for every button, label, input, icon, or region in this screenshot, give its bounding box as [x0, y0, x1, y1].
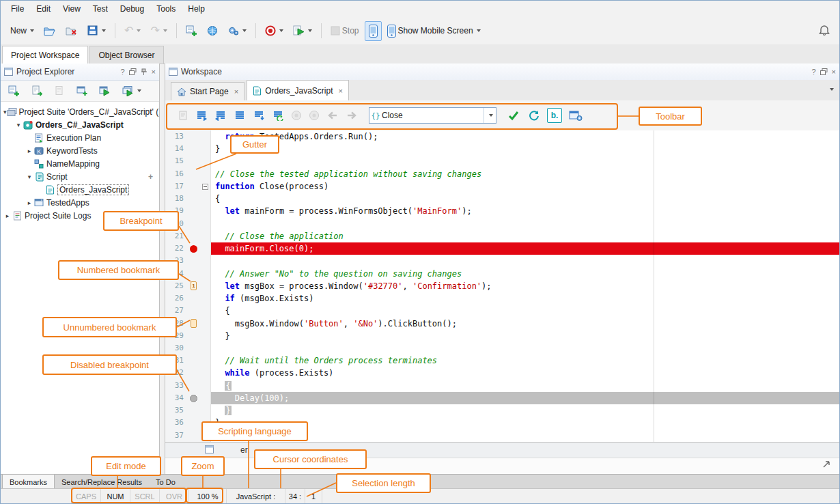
close-icon[interactable]: × [152, 68, 156, 76]
gutter-margin[interactable] [186, 330, 201, 342]
code-text[interactable]: while (process.Exists) [211, 367, 839, 379]
menu-debug[interactable]: Debug [114, 2, 150, 16]
bookmark-marker[interactable] [191, 319, 197, 328]
code-text[interactable]: { [211, 305, 839, 317]
stop-button[interactable]: Stop [326, 23, 363, 39]
menu-tools[interactable]: Tools [150, 2, 182, 16]
code-text[interactable]: return TestedApps.Orders.Run(); [211, 130, 839, 143]
tree-expander-icon[interactable]: ▸ [25, 199, 33, 206]
gutter-margin[interactable] [186, 318, 201, 330]
code-text[interactable]: { [211, 380, 839, 392]
gutter-margin[interactable] [186, 430, 201, 442]
gutter-margin[interactable] [186, 193, 201, 205]
code-text[interactable] [211, 255, 839, 267]
code-text[interactable]: // Wait until the Orders process termina… [211, 354, 839, 367]
gutter-margin[interactable] [186, 180, 201, 193]
tree-item-keywordtests[interactable]: ▸KKeywordTests [1, 144, 159, 157]
gutter-margin[interactable] [186, 292, 201, 305]
show-mobile-screen-button[interactable]: Show Mobile Screen [383, 21, 485, 41]
code-text[interactable]: // Close the application [211, 230, 839, 242]
close-tab-icon[interactable]: × [339, 87, 343, 95]
gutter-margin[interactable] [186, 155, 201, 167]
tree-item-orders-javascript[interactable]: Orders_JavaScript [1, 183, 159, 196]
code-text[interactable]: { [211, 193, 839, 205]
help-icon[interactable]: ? [120, 68, 124, 76]
toggle-button-1[interactable] [290, 109, 303, 122]
tree-item-namemapping[interactable]: NameMapping [1, 157, 159, 170]
code-text[interactable]: let msgBox = process.Window('#32770', 'C… [211, 280, 839, 292]
dock-arrow-icon[interactable] [822, 460, 830, 468]
options-button[interactable] [223, 22, 251, 40]
navigate-forward-button[interactable] [344, 109, 359, 122]
tree-expander-icon[interactable]: ▾ [14, 122, 23, 128]
gutter-margin[interactable] [186, 218, 201, 230]
gutter-margin[interactable] [186, 354, 201, 367]
document-tab-start-page[interactable]: Start Page× [171, 82, 244, 100]
gutter-margin[interactable] [186, 404, 201, 417]
float-icon[interactable] [129, 68, 137, 76]
indent-button[interactable] [213, 109, 228, 122]
format-code-button[interactable] [270, 109, 285, 122]
add-icon[interactable]: + [148, 172, 153, 182]
tree-item-testedapps[interactable]: ▸TestedApps [1, 196, 159, 209]
gutter-margin[interactable]: 1 [186, 280, 201, 292]
record-button[interactable] [261, 22, 288, 40]
code-text[interactable]: mainForm.Close(0); [211, 242, 839, 255]
close-icon[interactable]: × [832, 68, 836, 76]
code-text[interactable]: msgBox.Window('Button', '&No').ClickButt… [211, 318, 839, 330]
tab-list-dropdown-icon[interactable] [830, 88, 834, 91]
notifications-bell-button[interactable] [815, 21, 834, 40]
show-mobile-toggle[interactable] [365, 21, 382, 41]
justify-button[interactable] [232, 109, 247, 122]
tree-expander-icon[interactable]: ▾ [25, 173, 33, 180]
pe-add-window-button[interactable] [72, 82, 92, 100]
beautify-button[interactable]: b. [546, 107, 563, 124]
navigate-back-button[interactable] [325, 109, 340, 122]
code-text[interactable]: let mainForm = process.WinFormsObject('M… [211, 205, 839, 217]
gutter-margin[interactable] [186, 168, 201, 180]
menu-help[interactable]: Help [182, 2, 211, 16]
tree-expander-icon[interactable]: ▸ [25, 148, 33, 154]
code-editor[interactable]: 13return TestedApps.Orders.Run();14}1516… [165, 130, 839, 442]
menu-test[interactable]: Test [87, 2, 114, 16]
gutter-margin[interactable] [186, 417, 201, 429]
gutter-margin[interactable] [186, 255, 201, 267]
tree-item-execution-plan[interactable]: Execution Plan [1, 131, 159, 144]
menu-file[interactable]: File [5, 2, 30, 16]
code-text[interactable] [211, 155, 839, 167]
float-icon[interactable] [820, 68, 828, 76]
gutter-margin[interactable] [186, 305, 201, 317]
bottom-tab-search-replace-results[interactable]: Search/Replace Results [55, 475, 149, 489]
tree-item-script[interactable]: ▾Script+ [1, 170, 159, 183]
combo-dropdown[interactable] [484, 108, 496, 123]
code-text[interactable]: // Answer "No" to the question on saving… [211, 268, 839, 280]
code-text[interactable] [211, 342, 839, 354]
pe-run-suite-button[interactable] [118, 83, 145, 100]
pe-run-project-button[interactable] [95, 83, 115, 100]
help-icon[interactable]: ? [811, 68, 815, 76]
gutter-margin[interactable] [186, 268, 201, 280]
checkpoint-button[interactable] [203, 22, 222, 40]
save-all-button[interactable] [83, 22, 110, 40]
menu-view[interactable]: View [57, 2, 87, 16]
tree-item-orders-c-javascript[interactable]: ▾Orders_C#_JavaScript [1, 118, 159, 131]
gutter-margin[interactable] [186, 392, 201, 404]
breakpoint-marker[interactable] [190, 245, 197, 253]
sync-button[interactable] [527, 109, 542, 122]
comment-button[interactable] [251, 109, 266, 122]
bottom-tab-to-do[interactable]: To Do [149, 475, 182, 489]
routine-selector-combo[interactable]: {}Close [369, 107, 496, 124]
pe-add-new-item-button[interactable] [4, 82, 24, 100]
redo-button[interactable]: ↷ [146, 22, 171, 40]
close-tab-icon[interactable]: × [234, 87, 238, 96]
code-text[interactable]: } [211, 330, 839, 342]
pe-add-existing-button[interactable] [27, 82, 46, 100]
bottom-tab-bookmarks[interactable]: Bookmarks [2, 475, 55, 489]
code-text[interactable]: } [211, 143, 839, 155]
gutter-margin[interactable] [186, 230, 201, 242]
code-text[interactable]: // Close the tested application without … [211, 168, 839, 180]
menu-edit[interactable]: Edit [30, 2, 57, 16]
gutter-margin[interactable] [186, 205, 201, 217]
close-button[interactable] [61, 23, 82, 40]
editor-options-button[interactable] [568, 109, 584, 123]
